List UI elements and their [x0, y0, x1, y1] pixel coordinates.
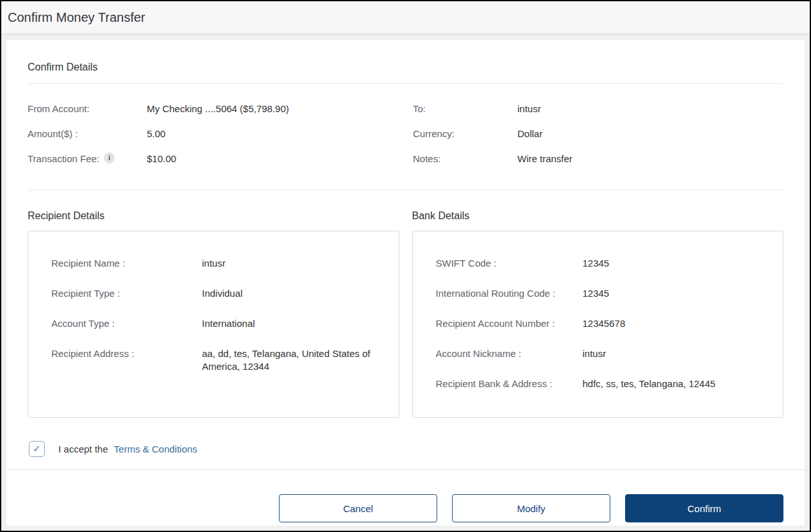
account-nickname-row: Account Nickname : intusr: [436, 347, 771, 360]
from-account-value: My Checking ....5064 ($5,798.90): [147, 103, 289, 115]
divider: [28, 83, 783, 84]
account-nickname-value: intusr: [583, 347, 606, 360]
confirm-details-section: Confirm Details From Account: My Checkin…: [28, 61, 783, 190]
terms-checkbox[interactable]: ✓: [29, 441, 45, 457]
divider: [6, 469, 805, 470]
confirm-button[interactable]: Confirm: [625, 494, 783, 522]
page-header: Confirm Money Transfer: [1, 1, 810, 33]
recipient-name-row: Recipient Name : intusr: [51, 257, 386, 270]
account-type-label: Account Type :: [51, 317, 202, 330]
terms-text: I accept the: [58, 444, 108, 454]
to-value: intusr: [517, 103, 541, 115]
recipient-address-value: aa, dd, tes, Telangana, United States of…: [202, 347, 386, 373]
transaction-fee-label: Transaction Fee:: [28, 153, 99, 165]
amount-value: 5.00: [147, 128, 165, 140]
check-icon: ✓: [33, 443, 41, 454]
bank-details-heading: Bank Details: [412, 210, 784, 222]
summary-grid: From Account: My Checking ....5064 ($5,7…: [28, 103, 783, 178]
details-panels: Recipient Details Recipient Name : intus…: [28, 210, 783, 418]
recipient-name-label: Recipient Name :: [51, 257, 202, 270]
international-routing-code-row: International Routing Code : 12345: [436, 287, 771, 300]
recipient-details-panel: Recipient Details Recipient Name : intus…: [28, 210, 399, 418]
recipient-bank-address-value: hdfc, ss, tes, Telangana, 12445: [583, 378, 715, 390]
recipient-type-label: Recipient Type :: [51, 287, 202, 300]
international-routing-code-value: 12345: [583, 287, 610, 300]
recipient-type-value: Individual: [202, 287, 242, 300]
divider: [28, 190, 783, 190]
terms-link[interactable]: Terms & Conditions: [114, 444, 197, 454]
from-account-label: From Account:: [28, 103, 90, 115]
page-title: Confirm Money Transfer: [8, 10, 146, 25]
action-button-row: Cancel Modify Confirm: [28, 494, 783, 522]
international-routing-code-label: International Routing Code :: [436, 287, 583, 300]
summary-right-column: To: intusr Currency: Dollar Notes: Wire …: [413, 103, 783, 178]
from-account-row: From Account: My Checking ....5064 ($5,7…: [28, 103, 400, 115]
swift-code-label: SWIFT Code :: [436, 257, 583, 270]
recipient-name-value: intusr: [202, 257, 226, 270]
notes-label: Notes:: [413, 153, 440, 165]
confirm-details-heading: Confirm Details: [28, 61, 783, 74]
notes-value: Wire transfer: [517, 153, 573, 165]
recipient-details-heading: Recipient Details: [28, 210, 399, 222]
swift-code-row: SWIFT Code : 12345: [436, 257, 771, 270]
terms-row: ✓ I accept the Terms & Conditions: [28, 440, 783, 457]
to-row: To: intusr: [413, 103, 783, 115]
cancel-button[interactable]: Cancel: [279, 494, 437, 522]
confirm-transfer-card: Confirm Details From Account: My Checkin…: [6, 40, 805, 526]
recipient-bank-address-row: Recipient Bank & Address : hdfc, ss, tes…: [436, 378, 771, 390]
bank-details-box: SWIFT Code : 12345 International Routing…: [412, 231, 784, 418]
bank-details-panel: Bank Details SWIFT Code : 12345 Internat…: [412, 210, 784, 418]
account-nickname-label: Account Nickname :: [436, 347, 583, 360]
recipient-address-label: Recipient Address :: [51, 347, 202, 373]
notes-row: Notes: Wire transfer: [413, 153, 783, 165]
recipient-details-box: Recipient Name : intusr Recipient Type :…: [28, 231, 399, 418]
recipient-account-number-value: 12345678: [583, 317, 626, 330]
amount-label: Amount($) :: [28, 128, 78, 140]
recipient-account-number-row: Recipient Account Number : 12345678: [436, 317, 771, 330]
currency-label: Currency:: [413, 128, 455, 140]
account-type-value: International: [202, 317, 255, 330]
recipient-type-row: Recipient Type : Individual: [51, 287, 386, 300]
to-label: To:: [413, 103, 426, 115]
transaction-fee-row: Transaction Fee: i $10.00: [28, 153, 400, 165]
recipient-address-row: Recipient Address : aa, dd, tes, Telanga…: [51, 347, 386, 373]
currency-row: Currency: Dollar: [413, 128, 783, 140]
modify-button[interactable]: Modify: [452, 494, 610, 522]
info-icon[interactable]: i: [104, 153, 115, 163]
currency-value: Dollar: [517, 128, 542, 140]
transaction-fee-value: $10.00: [147, 153, 176, 165]
summary-left-column: From Account: My Checking ....5064 ($5,7…: [28, 103, 400, 178]
amount-row: Amount($) : 5.00: [28, 128, 400, 140]
swift-code-value: 12345: [583, 257, 610, 270]
recipient-bank-address-label: Recipient Bank & Address :: [436, 378, 583, 390]
recipient-account-number-label: Recipient Account Number :: [436, 317, 583, 330]
account-type-row: Account Type : International: [51, 317, 386, 330]
